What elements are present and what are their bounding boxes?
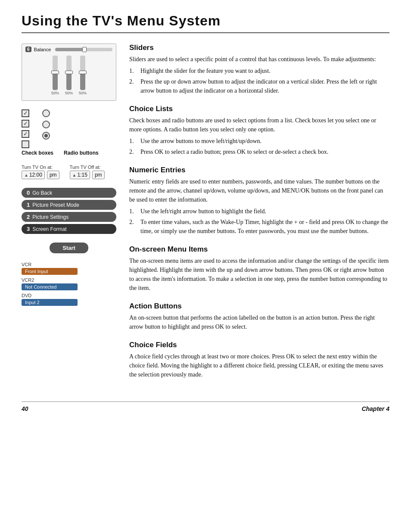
action-button-illustration: Start (22, 243, 116, 253)
numeric-label-2: Turn TV Off at: (70, 165, 105, 170)
section-numeric-title: Numeric Entries (129, 166, 389, 174)
section-action-title: Action Buttons (129, 302, 389, 311)
list-item: 1. Use the arrow buttons to move left/ri… (129, 137, 389, 146)
numeric-time-field-1[interactable]: ▲ 12:00 (22, 171, 45, 179)
vertical-slider-3: 50% (79, 56, 87, 95)
menu-item-label-0: Go Back (32, 190, 52, 196)
section-choice-lists-body: Check boxes and radio buttons are used t… (129, 116, 389, 134)
section-choice-fields-body: A choice field cycles through at least t… (129, 352, 389, 379)
section-numeric-body: Numeric entry fields are used to enter n… (129, 177, 389, 204)
choice-fields-illustration: VCR Front Input VCR2 Not Connected DVD I… (22, 262, 116, 306)
section-choice-lists-title: Choice Lists (129, 105, 389, 113)
list-item: 2. Press OK to select a radio button; pr… (129, 147, 389, 156)
slider-label: Balance (34, 47, 51, 52)
section-choice-fields: Choice Fields A choice field cycles thro… (129, 341, 389, 379)
numeric-time-field-2[interactable]: ▲ 1:15 (70, 171, 90, 179)
choice-field-label-0: VCR (22, 262, 116, 267)
menu-item-label-2: Picture Settings (32, 214, 68, 220)
numeric-ampm-1[interactable]: pm (47, 171, 59, 179)
list-item: 1. Highlight the slider for the feature … (129, 66, 389, 75)
footer-page-number: 40 (22, 405, 28, 412)
choice-field-label-1: VCR2 (22, 277, 116, 283)
menu-item-1[interactable]: 1 Picture Preset Mode (22, 200, 116, 210)
checkbox-checked-1: ✓ (22, 109, 29, 117)
list-item: 1. Use the left/right arrow button to hi… (129, 207, 389, 216)
menu-item-2[interactable]: 2 Picture Settings (22, 212, 116, 222)
numeric-illustration: Turn TV On at: ▲ 12:00 pm Turn TV Off at… (22, 165, 116, 179)
section-choice-lists: Choice Lists Check boxes and radio butto… (129, 105, 389, 156)
choice-field-label-2: DVD (22, 293, 116, 298)
menu-item-num-3: 3 (27, 226, 30, 232)
radio-empty-1 (42, 109, 50, 117)
choice-field-value-2[interactable]: Input 2 (22, 299, 78, 306)
menu-item-num-2: 2 (27, 214, 30, 220)
section-onscreen-title: On-screen Menu Items (129, 245, 389, 254)
section-action-body: An on-screen button that performs the ac… (129, 313, 389, 331)
radio-empty-2 (42, 121, 50, 128)
numeric-time-value-1: 12:00 (29, 172, 42, 178)
check-radio-illustration: ✓ ✓ ✓ (22, 109, 116, 156)
vertical-slider-2: 50% (65, 56, 73, 95)
numeric-ampm-2[interactable]: pm (92, 171, 105, 179)
section-numeric-list: 1. Use the left/right arrow button to hi… (129, 207, 389, 236)
section-choice-lists-list: 1. Use the arrow buttons to move left/ri… (129, 137, 389, 156)
menu-items-illustration: 0 Go Back 1 Picture Preset Mode 2 Pictur… (22, 188, 116, 234)
menu-item-label-3: Screen Format (32, 226, 66, 232)
footer: 40 Chapter 4 (22, 401, 389, 412)
radio-label: Radio buttons (64, 150, 99, 156)
numeric-label-1: Turn TV On at: (22, 165, 59, 170)
left-column: 6 Balance 50% (22, 44, 116, 389)
section-sliders-title: Sliders (129, 44, 389, 52)
section-choice-fields-title: Choice Fields (129, 341, 389, 349)
vertical-slider-1: 50% (51, 56, 59, 95)
footer-chapter: Chapter 4 (361, 405, 389, 412)
menu-item-0[interactable]: 0 Go Back (22, 188, 116, 198)
section-sliders: Sliders Sliders are used to select a spe… (129, 44, 389, 95)
section-sliders-body: Sliders are used to select a specific po… (129, 55, 389, 64)
menu-item-3[interactable]: 3 Screen Format (22, 224, 116, 234)
choice-field-value-1[interactable]: Not Connected (22, 283, 78, 290)
right-column: Sliders Sliders are used to select a spe… (129, 44, 389, 389)
numeric-time-value-2: 1:15 (78, 172, 87, 178)
checkbox-checked-2: ✓ (22, 120, 29, 128)
menu-item-num-0: 0 (27, 190, 30, 196)
page-title: Using the TV's Menu System (22, 13, 389, 33)
slider-illustration: 6 Balance 50% (22, 44, 116, 101)
list-item: 2. Press the up or down arrow button to … (129, 77, 389, 95)
checkbox-group: ✓ ✓ ✓ (22, 109, 29, 148)
start-button[interactable]: Start (50, 243, 88, 253)
section-numeric: Numeric Entries Numeric entry fields are… (129, 166, 389, 236)
checkbox-checked-3: ✓ (22, 130, 29, 138)
list-item: 2. To enter time values, such as the Wak… (129, 218, 389, 236)
menu-item-label-1: Picture Preset Mode (32, 202, 79, 208)
checkbox-label: Check boxes (22, 150, 53, 156)
section-onscreen: On-screen Menu Items The on-screen menu … (129, 245, 389, 292)
checkbox-empty (22, 140, 29, 148)
section-action: Action Buttons An on-screen button that … (129, 302, 389, 331)
radio-selected (42, 132, 50, 140)
menu-item-num-1: 1 (27, 202, 30, 208)
choice-field-value-0[interactable]: Front Input (22, 268, 78, 275)
section-sliders-list: 1. Highlight the slider for the feature … (129, 66, 389, 95)
section-onscreen-body: The on-screen menu items are used to acc… (129, 256, 389, 292)
radio-group (42, 109, 50, 140)
slider-number: 6 (25, 47, 31, 52)
